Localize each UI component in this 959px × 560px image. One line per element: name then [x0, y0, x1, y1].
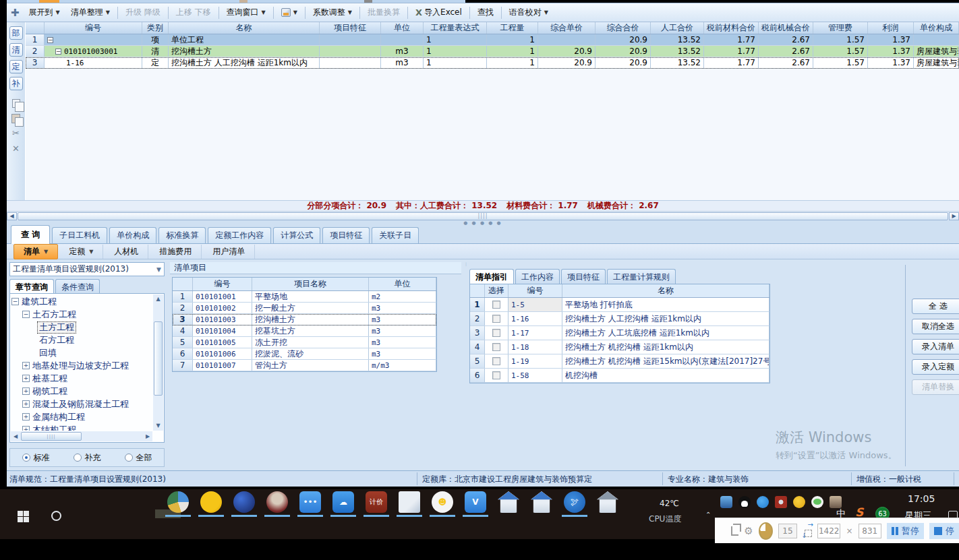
cell-price-comp[interactable]: 房屋建筑与装: [914, 46, 959, 57]
tray-yellow-icon[interactable]: [793, 496, 805, 508]
cell-machine[interactable]: 2.67: [759, 34, 813, 45]
cell-name[interactable]: 单位工程: [169, 34, 320, 45]
cell-labor[interactable]: 13.52: [651, 46, 704, 57]
tab-query[interactable]: 查 询: [11, 225, 50, 244]
cell-total-price[interactable]: 20.9: [595, 34, 651, 45]
fps-input[interactable]: 15: [778, 524, 797, 538]
fill-color-button[interactable]: ▼: [276, 6, 303, 19]
col-mgmt-fee[interactable]: 管理费: [813, 22, 868, 34]
col-item-name[interactable]: 项目名称: [252, 278, 369, 290]
tray-wechat-icon[interactable]: [811, 496, 823, 508]
tray-shield-icon[interactable]: [775, 496, 787, 508]
upgrade-downgrade-button[interactable]: 升级 降级: [120, 5, 166, 20]
cell-unit-price[interactable]: 20.9: [538, 57, 595, 68]
cell-code[interactable]: 010101007: [193, 360, 252, 371]
cell-material[interactable]: 1.77: [704, 46, 759, 57]
find-button[interactable]: 查找: [472, 5, 499, 20]
tab-quota[interactable]: 定额▼: [59, 245, 103, 259]
cell-qty-expr[interactable]: 1: [424, 34, 487, 45]
pricing-app-icon[interactable]: 计价: [366, 491, 387, 513]
col-qty-expr[interactable]: 工程量表达式: [424, 22, 487, 34]
cell-name[interactable]: 机挖沟槽: [562, 369, 769, 382]
cell-category[interactable]: 项: [142, 34, 169, 45]
tab-sub-item-resources[interactable]: 子目工料机: [52, 227, 107, 243]
col-material[interactable]: 税前材料合价: [704, 22, 759, 34]
cell-select[interactable]: [485, 326, 508, 340]
collapse-icon[interactable]: −: [55, 49, 61, 55]
cell-qty[interactable]: 1: [487, 57, 538, 68]
guide-row[interactable]: 4 1-18 挖沟槽土方 机挖沟槽 运距1km以内: [470, 340, 769, 354]
pause-button[interactable]: 暂停: [887, 523, 924, 539]
house-app-icon[interactable]: [498, 491, 519, 513]
tree-hscrollbar[interactable]: ◀ |||| ▶: [11, 431, 152, 441]
tab-list[interactable]: 清单▼: [13, 244, 58, 259]
tab-item-feature2[interactable]: 项目特征: [561, 269, 606, 285]
cell-total-price[interactable]: 20.9: [595, 46, 651, 57]
cell-code[interactable]: 1-16: [45, 57, 142, 68]
cell-unit[interactable]: m3: [369, 348, 436, 359]
supplement-button[interactable]: 补: [9, 77, 23, 90]
cell-profit[interactable]: 1.37: [868, 46, 914, 57]
replace-list-button[interactable]: 清单替换: [912, 379, 959, 395]
clock[interactable]: 17:05: [908, 493, 935, 504]
tab-measure-fees[interactable]: 措施费用: [150, 245, 202, 259]
col-unit[interactable]: 单位: [369, 278, 436, 290]
tab-quota-work-content[interactable]: 定额工作内容: [208, 227, 271, 243]
tray-messenger-icon[interactable]: [757, 496, 769, 508]
resize-icon[interactable]: →↓: [803, 525, 812, 537]
windows-start-button[interactable]: [18, 511, 29, 522]
boq-row-3[interactable]: 3 1-16 定 挖沟槽土方 人工挖沟槽 运距1km以内 m3 1 1 20.9…: [26, 57, 959, 69]
cell-name[interactable]: 挖沟槽土方 人工坑底挖槽 运距1km以内: [562, 326, 769, 340]
cell-select[interactable]: [485, 354, 508, 368]
move-up-down-button[interactable]: 上移 下移: [171, 5, 216, 20]
cell-qty-expr[interactable]: 1: [424, 46, 487, 57]
cloud-app-icon[interactable]: ☁: [332, 491, 354, 513]
tab-resources[interactable]: 人材机: [105, 245, 148, 259]
cell-unit[interactable]: m3: [369, 303, 436, 313]
cell-name[interactable]: 挖沟槽土方: [169, 46, 320, 57]
section-button[interactable]: 部: [9, 26, 23, 40]
cell-name[interactable]: 挖沟槽土方 机挖沟槽 运距1km以内: [562, 340, 769, 354]
tab-price-composition[interactable]: 单价构成: [109, 227, 156, 243]
cell-category[interactable]: 清: [142, 46, 169, 57]
guide-row-selected[interactable]: 1 1-5 平整场地 打钎拍底: [470, 298, 769, 312]
tab-calc-rules[interactable]: 工程量计算规则: [607, 269, 676, 285]
cell-machine[interactable]: 2.67: [759, 46, 813, 57]
cell-code[interactable]: 010101004: [193, 325, 252, 336]
scroll-left-icon[interactable]: ◀: [11, 431, 20, 441]
col-name[interactable]: 名称: [169, 22, 320, 34]
ruleset-select[interactable]: 工程量清单项目设置规则(2013)▼: [9, 262, 165, 276]
crop-icon[interactable]: [731, 526, 738, 536]
cell-category[interactable]: 定: [142, 57, 169, 68]
radio-supplement[interactable]: 补充: [74, 452, 101, 464]
list-row[interactable]: 4 010101004 挖基坑土方 m3: [173, 325, 436, 337]
guide-row[interactable]: 6 1-58 机挖沟槽: [470, 369, 769, 383]
cell-name[interactable]: 挖沟槽土方 机挖沟槽 运距15km以内(京建法[2017]27号: [562, 354, 769, 368]
gear-icon[interactable]: ⚙: [744, 525, 753, 537]
col-labor[interactable]: 人工合价: [651, 22, 704, 34]
cell-code[interactable]: −010101003001: [45, 46, 142, 57]
tab-user-list[interactable]: 用户清单: [203, 245, 255, 259]
chat-app-icon[interactable]: •••: [299, 491, 321, 513]
tray-person-icon[interactable]: [830, 496, 842, 508]
scrollbar-thumb[interactable]: ||||: [18, 212, 948, 220]
tree-item[interactable]: 石方工程: [11, 334, 152, 346]
cell-select[interactable]: [485, 298, 508, 311]
expand-icon[interactable]: +: [22, 413, 30, 421]
col-unit[interactable]: 单位: [381, 22, 424, 34]
tray-qq-icon[interactable]: [738, 496, 751, 508]
cell-code[interactable]: 1-19: [508, 354, 562, 368]
radio-standard[interactable]: 标准: [22, 452, 50, 464]
coeff-adjust-button[interactable]: 系数调整▼: [308, 5, 357, 20]
list-row[interactable]: 1 010101001 平整场地 m2: [173, 291, 436, 303]
cell-price-comp[interactable]: 房屋建筑与装: [914, 57, 959, 68]
expand-icon[interactable]: +: [22, 362, 30, 369]
cell-select[interactable]: [485, 340, 508, 354]
expand-icon[interactable]: +: [22, 387, 30, 395]
checkbox-icon[interactable]: [492, 357, 500, 365]
cell-name[interactable]: 平整场地: [252, 291, 369, 302]
checkbox-icon[interactable]: [492, 371, 500, 379]
width-input[interactable]: 1422: [817, 524, 840, 538]
tree-item[interactable]: −建筑工程: [11, 295, 152, 308]
guide-row[interactable]: 5 1-19 挖沟槽土方 机挖沟槽 运距15km以内(京建法[2017]27号: [470, 354, 769, 369]
